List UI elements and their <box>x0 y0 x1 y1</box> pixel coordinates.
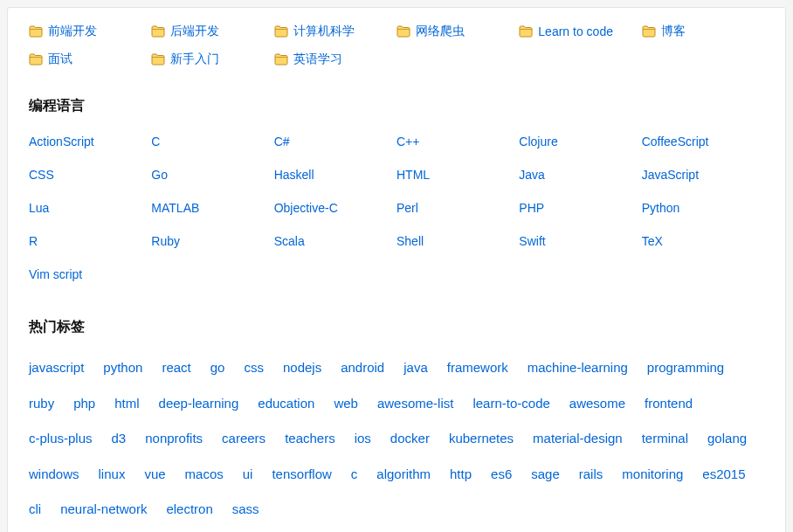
tag-link[interactable]: monitoring <box>622 462 683 487</box>
language-link[interactable]: CSS <box>29 168 151 182</box>
tag-link[interactable]: programming <box>647 356 724 381</box>
tag-link[interactable]: careers <box>222 426 265 452</box>
content-card: 前端开发 后端开发 计算机科学 网络爬虫 Learn to code 博客 面试… <box>7 7 786 532</box>
folder-item[interactable]: 博客 <box>642 24 764 39</box>
tag-link[interactable]: ui <box>243 462 253 487</box>
folder-item[interactable]: 新手入门 <box>151 52 273 67</box>
tag-link[interactable]: deep-learning <box>159 391 239 417</box>
language-link[interactable]: R <box>29 234 151 248</box>
tag-link[interactable]: javascript <box>29 356 84 381</box>
tag-link[interactable]: cli <box>29 497 41 522</box>
tag-link[interactable]: education <box>258 391 314 417</box>
folder-icon <box>642 25 656 38</box>
tag-link[interactable]: macos <box>185 462 224 487</box>
tag-link[interactable]: learn-to-code <box>472 391 549 417</box>
folder-label: 计算机科学 <box>293 24 355 39</box>
language-link[interactable]: Perl <box>396 201 519 215</box>
language-link[interactable]: Lua <box>29 201 151 215</box>
folder-label: 网络爬虫 <box>416 24 465 39</box>
language-link[interactable]: Objective-C <box>274 201 396 215</box>
language-link[interactable]: PHP <box>519 201 641 215</box>
folder-item[interactable]: 后端开发 <box>151 24 273 39</box>
tag-link[interactable]: awesome-list <box>377 391 454 417</box>
tag-link[interactable]: vue <box>144 462 165 487</box>
tag-link[interactable]: rails <box>579 462 603 487</box>
tag-link[interactable]: tensorflow <box>272 462 331 487</box>
language-link[interactable]: Shell <box>396 234 519 248</box>
language-link[interactable]: Java <box>519 168 641 182</box>
tag-link[interactable]: php <box>73 391 95 417</box>
tag-link[interactable]: golang <box>707 426 747 452</box>
folder-label: 博客 <box>661 24 686 39</box>
folder-grid: 前端开发 后端开发 计算机科学 网络爬虫 Learn to code 博客 面试… <box>29 24 764 67</box>
language-link[interactable]: Scala <box>274 234 396 248</box>
folder-icon <box>29 53 43 66</box>
tag-link[interactable]: sage <box>531 462 560 487</box>
tag-link[interactable]: machine-learning <box>528 356 628 381</box>
tag-link[interactable]: terminal <box>642 426 688 452</box>
tags-section-title: 热门标签 <box>29 318 764 336</box>
tag-link[interactable]: docker <box>390 426 430 452</box>
language-link[interactable]: CoffeeScript <box>642 135 764 149</box>
folder-item[interactable]: 英语学习 <box>274 52 396 67</box>
tag-link[interactable]: windows <box>29 462 79 487</box>
tag-link[interactable]: neural-network <box>60 497 147 522</box>
language-link[interactable]: Vim script <box>29 267 151 281</box>
language-link[interactable]: TeX <box>642 234 764 248</box>
tag-link[interactable]: linux <box>99 462 126 487</box>
folder-label: 前端开发 <box>48 24 97 39</box>
folder-icon <box>151 53 165 66</box>
language-link[interactable]: C++ <box>396 135 519 149</box>
tag-link[interactable]: web <box>334 391 358 417</box>
tag-link[interactable]: ruby <box>29 391 54 417</box>
tag-link[interactable]: teachers <box>285 426 335 452</box>
language-link[interactable]: JavaScript <box>642 168 764 182</box>
tag-link[interactable]: electron <box>166 497 212 522</box>
tag-link[interactable]: es2015 <box>702 462 745 487</box>
folder-item[interactable]: Learn to code <box>519 24 641 39</box>
folder-item[interactable]: 计算机科学 <box>274 24 396 39</box>
tag-link[interactable]: android <box>341 356 384 381</box>
tag-link[interactable]: html <box>114 391 139 417</box>
folder-icon <box>29 25 43 38</box>
tag-link[interactable]: material-design <box>533 426 623 452</box>
language-link[interactable]: C# <box>274 135 396 149</box>
tag-link[interactable]: nonprofits <box>145 426 203 452</box>
tag-link[interactable]: python <box>103 356 142 381</box>
folder-item[interactable]: 前端开发 <box>29 24 151 39</box>
folder-icon <box>519 25 533 38</box>
language-link[interactable]: MATLAB <box>151 201 273 215</box>
tag-link[interactable]: c-plus-plus <box>29 426 93 452</box>
tag-link[interactable]: algorithm <box>376 462 431 487</box>
tag-link[interactable]: c <box>351 462 358 487</box>
tag-link[interactable]: framework <box>447 356 508 381</box>
folder-item[interactable]: 网络爬虫 <box>396 24 519 39</box>
language-link[interactable]: Clojure <box>519 135 641 149</box>
tag-link[interactable]: nodejs <box>283 356 321 381</box>
language-link[interactable]: Ruby <box>151 234 273 248</box>
language-link[interactable]: ActionScript <box>29 135 151 149</box>
tag-link[interactable]: http <box>450 462 472 487</box>
tag-link[interactable]: ios <box>355 426 371 452</box>
language-link[interactable]: HTML <box>396 168 519 182</box>
tag-link[interactable]: frontend <box>645 391 693 417</box>
folder-item[interactable]: 面试 <box>29 52 151 67</box>
tag-link[interactable]: d3 <box>112 426 127 452</box>
folder-label: 新手入门 <box>170 52 219 67</box>
tag-link[interactable]: es6 <box>491 462 512 487</box>
tag-link[interactable]: awesome <box>569 391 625 417</box>
tag-link[interactable]: java <box>403 356 428 381</box>
tag-link[interactable]: go <box>210 356 225 381</box>
tag-link[interactable]: sass <box>232 497 259 522</box>
language-link[interactable]: C <box>151 135 273 149</box>
folder-icon <box>151 25 165 38</box>
folder-label: Learn to code <box>538 24 613 38</box>
language-link[interactable]: Haskell <box>274 168 396 182</box>
language-link[interactable]: Go <box>151 168 273 182</box>
tag-link[interactable]: css <box>244 356 264 381</box>
language-link[interactable]: Swift <box>519 234 641 248</box>
folder-label: 后端开发 <box>170 24 219 39</box>
tag-link[interactable]: kubernetes <box>449 426 514 452</box>
tag-link[interactable]: react <box>162 356 190 381</box>
language-link[interactable]: Python <box>642 201 764 215</box>
